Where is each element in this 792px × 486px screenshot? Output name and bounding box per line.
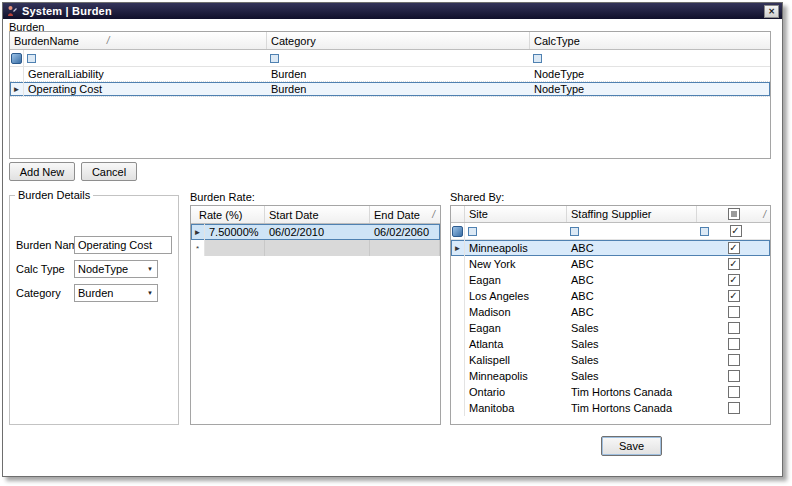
new-row[interactable]: * [191,240,440,256]
column-header-label: BurdenName [14,35,79,47]
filter-cell-shared[interactable]: ✓ [697,223,770,239]
site-cell: Eagan [465,320,567,336]
column-header-staffing-supplier[interactable]: Staffing Supplier [567,206,697,222]
shared-check-cell: ✓ [697,272,770,288]
column-header-end-date[interactable]: End Date / [370,206,440,223]
category-label: Category [16,287,61,299]
shared-row[interactable]: New YorkABC✓ [451,256,770,272]
chevron-down-icon[interactable]: ▼ [143,266,157,272]
row-indicator [451,320,465,336]
category-value: Burden [75,287,143,299]
category-cell: Burden [267,67,530,81]
shared-row[interactable]: ►MinneapolisABC✓ [451,240,770,256]
row-indicator [451,272,465,288]
site-cell: Madison [465,304,567,320]
filter-checkbox[interactable]: ✓ [730,225,742,237]
filter-row-indicator [451,223,465,239]
filter-icon[interactable] [270,54,279,63]
shared-check-cell: ✓ [697,240,770,256]
site-cell: Los Angeles [465,288,567,304]
row-checkbox[interactable] [728,386,740,398]
row-checkbox[interactable]: ✓ [728,242,740,254]
close-button[interactable]: ✕ [764,5,779,18]
shared-row[interactable]: ManitobaTim Hortons Canada [451,400,770,416]
shared-row[interactable]: AtlantaSales [451,336,770,352]
shared-grid-rows: ►MinneapolisABC✓New YorkABC✓EaganABC✓Los… [451,240,770,416]
row-checkbox[interactable]: ✓ [728,290,740,302]
calc-type-select[interactable]: NodeType ▼ [74,260,158,278]
filter-icon[interactable] [700,227,709,236]
row-checkbox[interactable] [728,306,740,318]
sort-ascending-icon: / [432,209,435,220]
filter-edit-icon[interactable] [11,53,22,64]
column-header-label: Start Date [269,209,319,221]
cancel-button[interactable]: Cancel [81,162,137,181]
burden-name-field: Burden Name [10,236,178,254]
column-header-rate[interactable]: Rate (%) [191,206,265,223]
add-new-button[interactable]: Add New [9,162,75,181]
supplier-cell: Sales [567,320,697,336]
column-header-burdenname[interactable]: BurdenName / [10,32,267,49]
supplier-cell: ABC [567,288,697,304]
burden-details-group: Burden Details Burden Name Calc Type Nod… [9,195,179,425]
row-checkbox[interactable] [728,354,740,366]
column-header-category[interactable]: Category [267,32,530,49]
category-select[interactable]: Burden ▼ [74,284,158,302]
shared-row[interactable]: MadisonABC [451,304,770,320]
row-indicator [451,384,465,400]
filter-cell-category[interactable] [267,50,530,66]
row-checkbox[interactable]: ✓ [728,274,740,286]
site-cell: Kalispell [465,352,567,368]
chevron-down-icon[interactable]: ▼ [143,290,157,296]
filter-icon[interactable] [570,227,579,236]
shared-row[interactable]: EaganSales [451,320,770,336]
row-indicator [451,336,465,352]
filter-cell-calctype[interactable] [530,50,770,66]
site-cell: New York [465,256,567,272]
filter-cell-burdenname[interactable] [24,50,267,66]
column-header-label: Rate (%) [199,209,242,221]
burden-name-input[interactable] [74,236,172,254]
site-cell: Manitoba [465,400,567,416]
column-header-start-date[interactable]: Start Date [265,206,370,223]
title-bar[interactable]: System | Burden ✕ [3,3,782,19]
rate-row[interactable]: ►7.50000%06/02/201006/02/2060 [191,224,440,240]
filter-cell-staffing-supplier[interactable] [567,223,697,239]
calc-type-value: NodeType [75,263,143,275]
shared-row[interactable]: KalispellSales [451,352,770,368]
row-checkbox[interactable] [728,322,740,334]
row-checkbox[interactable] [728,402,740,414]
burden-row[interactable]: ►Operating CostBurdenNodeType [10,82,770,97]
column-header-site[interactable]: Site [465,206,567,222]
site-cell: Minneapolis [465,368,567,384]
row-checkbox[interactable]: ✓ [728,258,740,270]
row-indicator [451,304,465,320]
rate-grid-header-row: Rate (%) Start Date End Date / [191,206,440,224]
shared-check-cell [697,352,770,368]
column-header-shared-checkbox[interactable]: / [697,206,770,222]
filter-row-indicator [10,50,24,66]
column-header-label: Staffing Supplier [571,208,652,220]
burden-row[interactable]: GeneralLiabilityBurdenNodeType [10,67,770,82]
row-checkbox[interactable] [728,338,740,350]
filter-icon[interactable] [27,54,36,63]
save-button[interactable]: Save [601,436,662,456]
filter-cell-site[interactable] [465,223,567,239]
burden-grid: BurdenName / Category CalcType GeneralLi… [9,31,771,159]
filter-icon[interactable] [468,227,477,236]
row-checkbox[interactable] [728,370,740,382]
site-cell: Minneapolis [465,240,567,256]
shared-by-label: Shared By: [450,191,504,203]
supplier-cell: Sales [567,336,697,352]
calc-type-label: Calc Type [16,263,65,275]
site-cell: Atlanta [465,336,567,352]
shared-row[interactable]: MinneapolisSales [451,368,770,384]
supplier-cell: ABC [567,240,697,256]
select-all-checkbox[interactable] [728,208,740,220]
filter-edit-icon[interactable] [452,226,463,237]
column-header-calctype[interactable]: CalcType [530,32,770,49]
shared-row[interactable]: OntarioTim Hortons Canada [451,384,770,400]
filter-icon[interactable] [533,54,542,63]
shared-row[interactable]: EaganABC✓ [451,272,770,288]
shared-row[interactable]: Los AngelesABC✓ [451,288,770,304]
